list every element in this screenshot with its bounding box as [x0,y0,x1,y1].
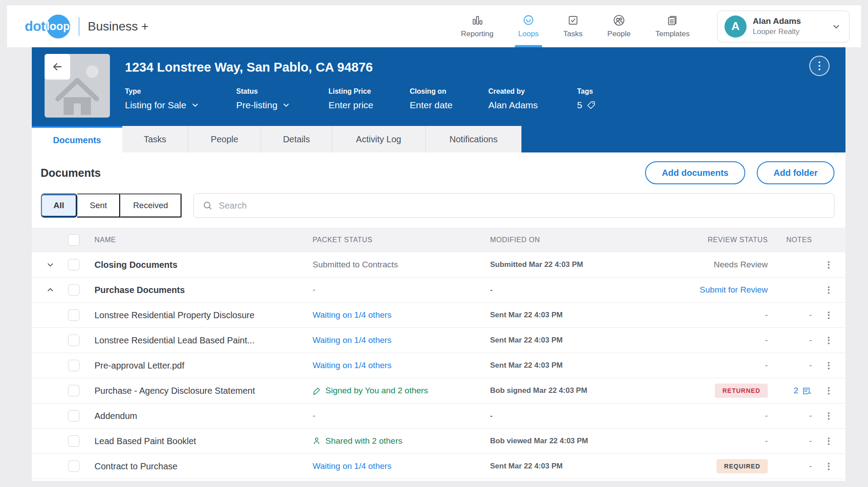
chevron-down-icon [830,21,842,32]
row-menu-kebab[interactable] [826,258,831,271]
document-name[interactable]: Purchase - Agency Disclosure Statement [94,386,255,396]
table-row: Lead Based Paint Booklet Shared with 2 o… [32,429,845,454]
tab-documents[interactable]: Documents [32,126,122,152]
packet-status-text: Waiting on 1/4 others [313,461,392,471]
review-status: RETURNED [715,384,768,398]
row-checkbox[interactable] [68,435,79,447]
shared-person-icon [313,437,321,445]
row-menu-kebab[interactable] [826,283,831,297]
packet-status: Submitted to Contracts [313,260,398,270]
nav-item-people[interactable]: People [595,5,643,47]
dotloop-logo[interactable]: dot loop [25,15,70,38]
document-name[interactable]: Pre-approval Letter.pdf [94,361,184,371]
tags-button[interactable]: 5 [577,100,596,110]
table-row: Pre-approval Letter.pdf Waiting on 1/4 o… [32,353,845,378]
listing-price-field[interactable]: Enter price [328,100,410,110]
documents-content: Documents Add documents Add folder All S… [32,152,845,481]
filter-sent[interactable]: Sent [77,194,120,217]
tab-notifications[interactable]: Notifications [425,126,521,152]
row-menu-kebab[interactable] [826,384,831,397]
row-menu-kebab[interactable] [826,409,831,422]
modified-on-text: Bob signed Mar 22 4:03 PM [490,386,587,395]
chevron-down-icon[interactable] [45,259,56,270]
loop-meta: Type Listing for Sale Status Pre-listing [125,88,845,110]
meta-closing-on: Closing on Enter date [410,88,488,110]
people-icon [613,14,625,27]
tab-details[interactable]: Details [261,126,332,152]
user-menu[interactable]: A Alan Adams Looper Realty [717,11,849,42]
nav-label: Reporting [461,30,494,38]
nav-item-tasks[interactable]: Tasks [551,5,595,47]
avatar: A [725,15,747,38]
add-folder-button[interactable]: Add folder [757,161,834,184]
search-icon [202,200,213,211]
meta-type: Type Listing for Sale [125,88,236,110]
row-menu-kebab[interactable] [826,434,831,448]
notes-count: 2 [793,386,798,396]
search-input[interactable] [219,201,826,211]
meta-tags: Tags 5 [577,88,596,110]
note-icon [802,386,812,396]
column-name: NAME [94,236,116,244]
filter-all[interactable]: All [41,194,77,217]
review-status[interactable]: Submit for Review [700,285,768,295]
nav-item-reporting[interactable]: Reporting [449,5,506,47]
notes-cell[interactable]: 2 [793,386,812,396]
tab-activity-log[interactable]: Activity Log [332,126,425,152]
document-name[interactable]: Lead Based Paint Booklet [94,436,196,446]
document-name[interactable]: Lonstree Residential Lead Based Paint... [94,335,254,346]
row-checkbox[interactable] [68,335,79,346]
nav-item-loops[interactable]: Loops [506,5,551,47]
packet-status-text: Shared with 2 others [325,436,402,446]
bar-chart-icon [471,14,483,27]
document-name[interactable]: Purchase Documents [94,285,185,295]
add-documents-button[interactable]: Add documents [645,161,745,184]
row-checkbox[interactable] [68,460,79,472]
type-dropdown[interactable]: Listing for Sale [125,100,236,110]
chevron-down-icon [191,101,200,110]
created-by-value: Alan Adams [488,100,577,110]
document-name[interactable]: Closing Documents [94,260,177,270]
row-checkbox[interactable] [68,410,79,422]
column-notes: NOTES [786,236,812,244]
signature-pen-icon [313,386,321,395]
status-dropdown[interactable]: Pre-listing [236,100,328,110]
tab-people[interactable]: People [188,126,261,152]
packet-status-text: Waiting on 1/4 others [313,335,392,345]
top-nav: dot loop Business + Reporting Loops Task… [7,5,861,47]
row-menu-kebab[interactable] [826,308,831,322]
packet-status-text: Waiting on 1/4 others [313,310,392,320]
packet-status: - [313,411,315,421]
row-checkbox[interactable] [68,309,79,321]
table-row: Lonstree Residential Lead Based Paint...… [32,328,845,353]
loop-options-kebab[interactable] [809,56,830,76]
document-name[interactable]: Addendum [94,411,137,421]
packet-status-text: Signed by You and 2 others [325,386,428,396]
document-name[interactable]: Contract to Purchase [94,461,177,472]
document-name[interactable]: Lonstree Residential Property Disclosure [94,310,254,320]
nav-item-templates[interactable]: Templates [643,5,702,47]
row-menu-kebab[interactable] [826,460,831,473]
nav-label: Loops [518,30,539,38]
row-menu-kebab[interactable] [826,334,831,347]
select-all-checkbox[interactable] [68,234,79,246]
logo-divider [79,17,79,36]
back-button[interactable] [45,54,70,80]
packet-status: Signed by You and 2 others [313,386,428,396]
search-box [193,193,834,218]
row-checkbox[interactable] [68,360,79,371]
modified-on-text: - [490,411,493,420]
packet-status: Waiting on 1/4 others [313,461,392,471]
table-header: NAME PACKET STATUS MODIFIED ON REVIEW ST… [32,228,845,252]
row-checkbox[interactable] [68,284,79,296]
table-row: Lonstree Residential Property Disclosure… [32,303,845,328]
row-checkbox[interactable] [68,259,79,270]
chevron-up-icon[interactable] [45,285,56,295]
tab-tasks[interactable]: Tasks [122,126,188,152]
filter-received[interactable]: Received [120,194,181,217]
row-menu-kebab[interactable] [826,359,831,372]
closing-date-field[interactable]: Enter date [410,100,488,110]
logo-dot-text: dot [25,19,45,34]
meta-status: Status Pre-listing [236,88,328,110]
row-checkbox[interactable] [68,385,79,396]
